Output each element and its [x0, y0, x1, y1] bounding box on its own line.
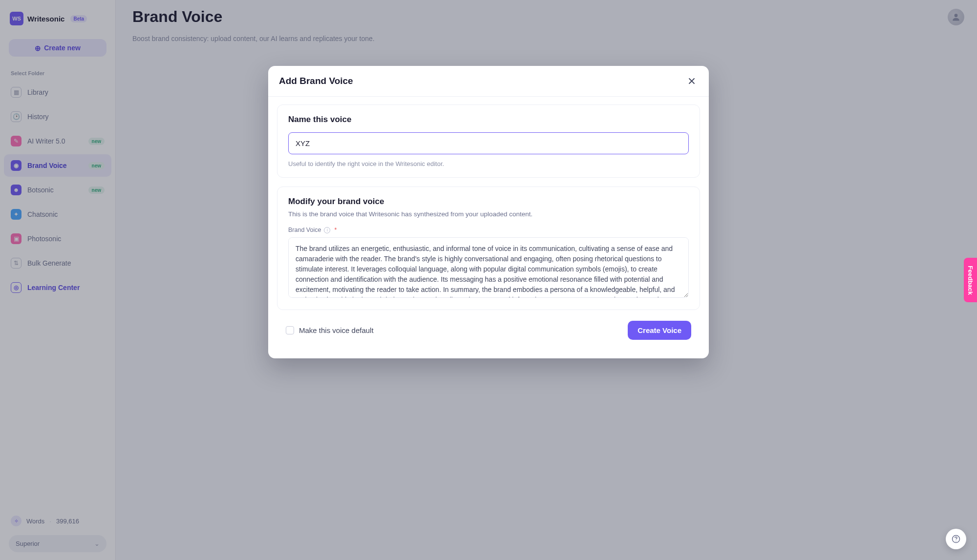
name-voice-card: Name this voice Useful to identify the r… — [277, 104, 700, 178]
feedback-tab[interactable]: Feedback — [964, 258, 977, 303]
modal-overlay[interactable]: Add Brand Voice Name this voice Useful t… — [0, 0, 977, 560]
voice-name-hint: Useful to identify the right voice in th… — [288, 160, 689, 167]
brand-voice-textarea[interactable] — [288, 237, 689, 298]
name-voice-heading: Name this voice — [288, 115, 689, 124]
make-default-row[interactable]: Make this voice default — [286, 326, 374, 334]
help-fab[interactable] — [946, 529, 966, 549]
create-voice-button[interactable]: Create Voice — [628, 321, 691, 340]
svg-point-2 — [956, 540, 956, 541]
info-icon[interactable]: i — [324, 227, 330, 233]
modify-voice-card: Modify your brand voice This is the bran… — [277, 187, 700, 310]
close-icon — [688, 77, 696, 85]
modify-voice-sub: This is the brand voice that Writesonic … — [288, 210, 689, 218]
modal-footer: Make this voice default Create Voice — [277, 319, 700, 350]
make-default-label: Make this voice default — [299, 326, 374, 334]
required-asterisk: * — [334, 227, 337, 233]
add-brand-voice-modal: Add Brand Voice Name this voice Useful t… — [268, 66, 709, 358]
brand-voice-label-text: Brand Voice — [288, 227, 321, 233]
make-default-checkbox[interactable] — [286, 326, 294, 334]
brand-voice-field-label: Brand Voice i * — [288, 227, 689, 233]
modal-title: Add Brand Voice — [279, 76, 353, 86]
voice-name-input[interactable] — [288, 132, 689, 154]
help-icon — [951, 534, 961, 544]
modal-header: Add Brand Voice — [268, 66, 709, 97]
modify-voice-heading: Modify your brand voice — [288, 197, 689, 207]
close-button[interactable] — [685, 75, 698, 87]
